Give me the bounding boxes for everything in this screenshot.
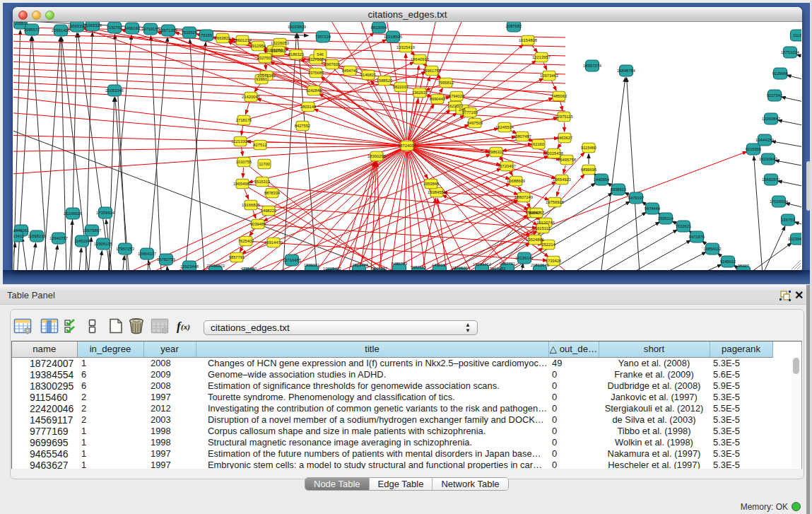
- svg-text:8878334: 8878334: [264, 191, 281, 195]
- svg-text:10239432: 10239432: [788, 237, 801, 241]
- svg-text:93991: 93991: [256, 77, 267, 81]
- svg-text:19756928: 19756928: [546, 200, 564, 204]
- svg-text:17359924: 17359924: [96, 211, 115, 215]
- svg-text:19654923: 19654923: [553, 177, 571, 182]
- svg-text:2803144: 2803144: [300, 105, 317, 109]
- svg-text:19166825: 19166825: [242, 203, 260, 207]
- svg-text:8813054: 8813054: [371, 25, 387, 30]
- svg-text:20813640: 20813640: [531, 263, 549, 267]
- svg-text:9115460: 9115460: [581, 146, 596, 150]
- svg-text:9327508: 9327508: [308, 57, 324, 62]
- svg-text:7152762: 7152762: [107, 25, 123, 30]
- svg-text:12213303: 12213303: [231, 139, 249, 144]
- svg-text:9777169: 9777169: [462, 110, 478, 115]
- svg-text:3913411: 3913411: [13, 234, 24, 238]
- svg-text:13524861: 13524861: [526, 238, 544, 242]
- svg-text:19299464: 19299464: [473, 262, 492, 267]
- svg-text:21420046: 21420046: [242, 95, 260, 99]
- svg-text:12093847: 12093847: [762, 117, 780, 121]
- svg-text:2095572: 2095572: [24, 28, 40, 32]
- svg-text:20206526: 20206526: [64, 211, 82, 216]
- svg-text:8471876: 8471876: [689, 235, 705, 239]
- svg-text:2718176: 2718176: [236, 118, 252, 122]
- svg-text:15751024: 15751024: [781, 50, 800, 54]
- svg-text:13325419: 13325419: [396, 45, 415, 49]
- svg-text:12942757: 12942757: [49, 236, 68, 240]
- svg-text:19384554: 19384554: [428, 190, 447, 194]
- svg-text:9857791: 9857791: [500, 262, 516, 266]
- svg-text:23706266: 23706266: [452, 266, 470, 270]
- svg-text:3375685: 3375685: [308, 71, 324, 75]
- svg-text:9857791: 9857791: [229, 255, 245, 259]
- svg-text:9327501: 9327501: [257, 56, 273, 60]
- svg-text:9327503: 9327503: [271, 49, 287, 53]
- svg-text:1440954: 1440954: [594, 177, 610, 182]
- svg-text:16210643: 16210643: [759, 157, 777, 161]
- svg-text:1845061: 1845061: [13, 228, 29, 233]
- svg-text:15692971: 15692971: [762, 177, 780, 182]
- svg-text:252214: 252214: [541, 243, 555, 247]
- svg-text:1615112: 1615112: [535, 226, 551, 230]
- svg-text:1145193: 1145193: [74, 239, 90, 243]
- svg-text:9245612: 9245612: [720, 259, 736, 264]
- svg-text:(x): (x): [181, 322, 190, 332]
- svg-text:12905135: 12905135: [94, 242, 112, 246]
- svg-text:22455603: 22455603: [206, 264, 225, 268]
- svg-text:2087682: 2087682: [506, 24, 522, 28]
- svg-text:13716485: 13716485: [283, 258, 301, 262]
- svg-text:3917183: 3917183: [490, 267, 506, 270]
- svg-text:10854112: 10854112: [703, 247, 721, 251]
- svg-text:16782759: 16782759: [157, 257, 175, 262]
- svg-text:10120746: 10120746: [536, 221, 555, 225]
- svg-text:6794028: 6794028: [449, 94, 465, 98]
- svg-text:1515313: 1515313: [254, 180, 271, 184]
- svg-text:75155: 75155: [201, 33, 212, 37]
- svg-text:19654983: 19654983: [233, 182, 252, 186]
- svg-text:9129966: 9129966: [772, 71, 789, 76]
- svg-text:2935114: 2935114: [658, 216, 674, 221]
- svg-text:9217207: 9217207: [372, 267, 388, 270]
- svg-text:8990443: 8990443: [430, 97, 446, 101]
- svg-text:11700: 11700: [259, 162, 270, 166]
- svg-text:12923448: 12923448: [350, 263, 368, 267]
- svg-text:16154808: 16154808: [519, 38, 537, 42]
- svg-text:6466160: 6466160: [124, 26, 141, 30]
- svg-text:2967608: 2967608: [324, 62, 341, 66]
- svg-text:7515526: 7515526: [182, 30, 198, 35]
- svg-text:12213957: 12213957: [532, 55, 551, 59]
- svg-text:20553: 20553: [15, 22, 26, 25]
- svg-text:9084067: 9084067: [529, 211, 545, 215]
- svg-text:7625402: 7625402: [238, 239, 254, 243]
- svg-text:7955812: 7955812: [438, 81, 454, 85]
- svg-text:427512: 427512: [253, 143, 266, 147]
- svg-text:20053346: 20053346: [105, 88, 124, 93]
- svg-text:9474444: 9474444: [645, 206, 661, 211]
- svg-text:9146821: 9146821: [360, 73, 377, 77]
- svg-text:21065328: 21065328: [83, 23, 102, 28]
- svg-text:8427552: 8427552: [295, 124, 311, 128]
- svg-text:9227342: 9227342: [767, 93, 783, 98]
- svg-text:8215956: 8215956: [746, 147, 762, 151]
- svg-text:10025438: 10025438: [545, 151, 563, 156]
- svg-text:1839221: 1839221: [304, 263, 320, 267]
- svg-text:2986322: 2986322: [488, 150, 505, 154]
- svg-text:1953845: 1953845: [423, 182, 440, 186]
- svg-text:8454749: 8454749: [342, 69, 358, 73]
- svg-text:6899695: 6899695: [581, 168, 597, 172]
- svg-text:12218506: 12218506: [384, 35, 402, 39]
- svg-text:17957253: 17957253: [116, 247, 134, 251]
- svg-text:7632621: 7632621: [676, 224, 692, 228]
- svg-text:7357224: 7357224: [315, 35, 331, 39]
- svg-text:1362615: 1362615: [412, 90, 428, 95]
- svg-text:6479197: 6479197: [628, 196, 645, 200]
- svg-text:12975115: 12975115: [555, 115, 572, 119]
- svg-text:546: 546: [317, 52, 324, 57]
- svg-text:16914479: 16914479: [264, 240, 283, 245]
- svg-text:16245534: 16245534: [495, 125, 514, 129]
- svg-text:8489709: 8489709: [392, 262, 408, 266]
- svg-text:11568219: 11568219: [28, 234, 45, 238]
- svg-text:9463627: 9463627: [557, 136, 573, 140]
- svg-text:9242848: 9242848: [306, 88, 322, 93]
- svg-text:1113: 1113: [793, 33, 801, 37]
- svg-text:6497509: 6497509: [467, 121, 483, 125]
